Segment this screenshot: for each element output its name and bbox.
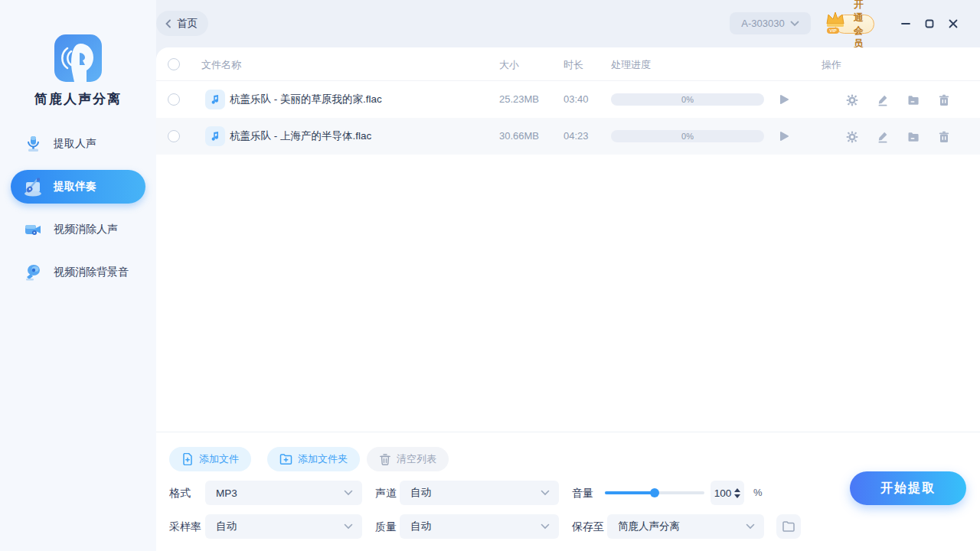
chevron-down-icon [541, 523, 550, 530]
open-folder-icon[interactable] [907, 131, 920, 143]
volume-label: 音量 [572, 487, 593, 500]
channel-value: 自动 [410, 486, 431, 500]
row-checkbox[interactable] [168, 130, 180, 142]
chevron-down-icon [746, 523, 755, 530]
delete-trash-icon[interactable] [938, 94, 950, 106]
stepper-up-icon[interactable] [734, 488, 740, 492]
chevron-left-icon [164, 19, 173, 28]
minimize-button[interactable] [897, 15, 914, 32]
progress-value: 0% [681, 132, 694, 141]
music-note-icon [205, 90, 225, 109]
sidebar-item-label: 视频消除背景音 [54, 266, 129, 279]
file-plus-icon [181, 453, 194, 465]
sample-rate-select[interactable]: 自动 [205, 514, 362, 539]
sidebar: 简鹿人声分离 提取人声 [0, 0, 156, 551]
sidebar-item-label: 提取伴奏 [54, 180, 96, 194]
start-extraction-button[interactable]: 开始提取 [850, 471, 966, 505]
save-to-select[interactable]: 简鹿人声分离 [607, 514, 764, 539]
account-dropdown[interactable]: A-303030 [730, 12, 811, 34]
volume-slider-fill [605, 491, 655, 494]
progress-bar: 0% [611, 93, 764, 106]
file-name: 杭盖乐队 - 上海产的半导体.flac [230, 129, 371, 143]
add-file-label: 添加文件 [199, 452, 239, 466]
open-folder-icon[interactable] [907, 94, 920, 106]
trash-icon [379, 453, 391, 465]
video-camera-icon [21, 218, 44, 241]
row-checkbox[interactable] [168, 93, 180, 106]
clear-list-button[interactable]: 清空列表 [367, 447, 449, 471]
file-size: 25.23MB [499, 93, 539, 105]
sidebar-item-video-remove-vocals[interactable]: 视频消除人声 [11, 213, 145, 246]
maximize-button[interactable] [921, 15, 938, 32]
format-select[interactable]: MP3 [205, 481, 362, 505]
file-duration: 03:40 [564, 93, 589, 105]
svg-text:VIP: VIP [829, 28, 837, 33]
guitar-icon [21, 175, 44, 198]
microphone-icon [21, 132, 44, 155]
table-header: 文件名称 大小 时长 处理进度 操作 [156, 47, 980, 81]
volume-slider-thumb[interactable] [650, 488, 659, 497]
megaphone-icon [21, 261, 44, 284]
chevron-down-icon [541, 490, 550, 496]
volume-value: 100 [714, 487, 732, 499]
edit-pencil-icon[interactable] [877, 94, 889, 106]
format-label: 格式 [169, 487, 191, 500]
clear-list-label: 清空列表 [397, 452, 436, 466]
back-home-label: 首页 [177, 17, 198, 31]
sidebar-item-label: 视频消除人声 [54, 223, 118, 236]
chevron-down-icon [790, 21, 799, 27]
add-folder-button[interactable]: 添加文件夹 [267, 447, 360, 471]
volume-slider[interactable] [605, 491, 704, 494]
quality-select[interactable]: 自动 [400, 514, 559, 539]
quality-value: 自动 [410, 520, 431, 533]
app-title: 简鹿人声分离 [0, 90, 156, 108]
edit-pencil-icon[interactable] [877, 131, 889, 143]
volume-stepper[interactable]: 100 [710, 481, 744, 505]
play-button[interactable] [778, 130, 790, 142]
header-actions: 操作 [822, 58, 841, 72]
play-button[interactable] [778, 93, 790, 106]
account-id: A-303030 [741, 18, 784, 29]
file-duration: 04:23 [564, 130, 589, 142]
sidebar-item-extract-accompaniment[interactable]: 提取伴奏 [11, 170, 145, 204]
app-logo-icon [54, 34, 102, 82]
header-duration: 时长 [564, 58, 583, 72]
settings-gear-icon[interactable] [846, 94, 858, 106]
volume-unit: % [753, 487, 763, 498]
sample-rate-value: 自动 [216, 520, 237, 533]
progress-value: 0% [681, 95, 694, 104]
header-progress: 处理进度 [611, 58, 651, 72]
sidebar-item-video-remove-bgm[interactable]: 视频消除背景音 [11, 256, 145, 289]
sidebar-item-extract-vocals[interactable]: 提取人声 [11, 127, 145, 161]
settings-gear-icon[interactable] [846, 131, 858, 143]
vip-label: 开通会员 [854, 0, 864, 51]
table-row: 杭盖乐队 - 上海产的半导体.flac 30.66MB 04:23 0% [156, 118, 980, 155]
folder-outline-icon [782, 520, 795, 533]
chevron-down-icon [344, 523, 353, 530]
progress-bar: 0% [611, 130, 764, 142]
header-size: 大小 [499, 58, 519, 72]
music-note-icon [205, 126, 225, 146]
close-button[interactable] [945, 15, 962, 32]
header-file-name: 文件名称 [201, 58, 241, 72]
delete-trash-icon[interactable] [938, 131, 950, 143]
channel-select[interactable]: 自动 [400, 481, 559, 505]
content-panel: 文件名称 大小 时长 处理进度 操作 杭盖乐队 - 美丽的草原我的家.flac … [156, 47, 980, 551]
add-folder-label: 添加文件夹 [298, 452, 348, 466]
vip-crown-icon: VIP [822, 8, 848, 34]
sidebar-item-label: 提取人声 [54, 137, 96, 151]
divider [156, 432, 980, 432]
file-size: 30.66MB [499, 130, 539, 142]
back-home-button[interactable]: 首页 [156, 11, 208, 36]
stepper-down-icon[interactable] [734, 494, 740, 498]
save-to-label: 保存至 [572, 520, 604, 534]
channel-label: 声道 [375, 487, 397, 500]
file-name: 杭盖乐队 - 美丽的草原我的家.flac [230, 93, 382, 106]
save-to-value: 简鹿人声分离 [618, 520, 680, 533]
select-all-checkbox[interactable] [168, 58, 180, 70]
add-file-button[interactable]: 添加文件 [169, 447, 251, 471]
browse-folder-button[interactable] [776, 514, 801, 539]
sample-rate-label: 采样率 [169, 520, 201, 534]
chevron-down-icon [344, 490, 353, 496]
format-value: MP3 [216, 487, 237, 499]
